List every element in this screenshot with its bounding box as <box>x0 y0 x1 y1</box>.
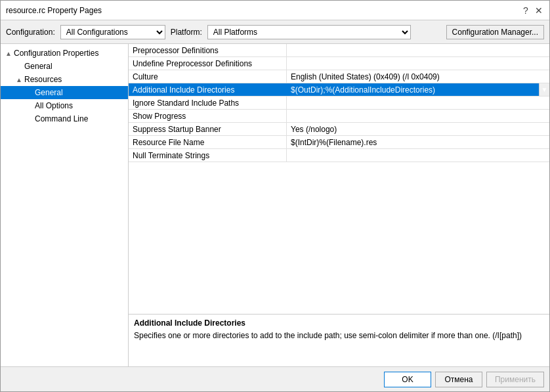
expander-icon <box>24 114 35 124</box>
platform-label: Platform: <box>171 28 202 37</box>
title-bar: resource.rc Property Pages ? ✕ <box>1 1 549 20</box>
tree-item-label: Command Line <box>35 114 88 123</box>
prop-name: Resource File Name <box>129 136 286 148</box>
platform-select[interactable]: All Platforms <box>207 25 411 39</box>
dialog: resource.rc Property Pages ? ✕ Configura… <box>0 0 550 392</box>
props-table: Preprocessor Definitions Undefine Prepro… <box>129 44 549 314</box>
tree-item-label: All Options <box>35 101 73 110</box>
main-content: ▲ Configuration Properties General ▲ Res… <box>1 44 549 366</box>
prop-row-additional-include[interactable]: Additional Include Directories $(OutDir)… <box>129 83 549 97</box>
prop-name: Suppress Startup Banner <box>129 123 286 135</box>
expander-icon: ▲ <box>3 48 14 58</box>
prop-value <box>286 44 549 56</box>
prop-value: $(IntDir)%(Filename).res <box>286 136 549 148</box>
config-label: Configuration: <box>6 28 55 37</box>
prop-name: Null Terminate Strings <box>129 149 286 162</box>
tree-item-command-line[interactable]: Command Line <box>1 112 128 125</box>
title-controls: ? ✕ <box>520 5 544 16</box>
configuration-select[interactable]: All Configurations <box>60 25 165 39</box>
prop-value <box>286 110 549 122</box>
apply-button[interactable]: Применить <box>486 372 544 387</box>
prop-row-null-terminate[interactable]: Null Terminate Strings <box>129 149 549 162</box>
config-manager-button[interactable]: Configuration Manager... <box>446 25 544 39</box>
tree-item-label: General <box>24 62 53 71</box>
prop-row-preprocessor[interactable]: Preprocessor Definitions <box>129 44 549 57</box>
tree-item-config-props[interactable]: ▲ Configuration Properties <box>1 47 128 60</box>
expander-icon: ▲ <box>14 74 24 85</box>
tree-item-label: Resources <box>24 75 62 84</box>
dropdown-btn[interactable]: ▼ <box>539 83 549 96</box>
prop-row-culture[interactable]: Culture English (United States) (0x409) … <box>129 70 549 83</box>
prop-value: $(OutDir);%(AdditionalIncludeDirectories… <box>286 83 539 96</box>
info-description: Specifies one or more directories to add… <box>134 330 544 341</box>
prop-value <box>286 57 549 70</box>
expander-icon <box>24 100 35 111</box>
tree-item-res-general[interactable]: General <box>1 86 128 99</box>
expander-icon <box>14 61 24 72</box>
expander-icon <box>24 87 35 98</box>
prop-name: Ignore Standard Include Paths <box>129 97 286 109</box>
cancel-button[interactable]: Отмена <box>435 372 482 387</box>
prop-value: English (United States) (0x409) (/l 0x04… <box>286 70 549 83</box>
tree-item-resources[interactable]: ▲ Resources <box>1 73 128 86</box>
info-panel: Additional Include Directories Specifies… <box>129 314 549 366</box>
prop-row-ignore-paths[interactable]: Ignore Standard Include Paths <box>129 97 549 110</box>
prop-row-undefine[interactable]: Undefine Preprocessor Definitions <box>129 57 549 70</box>
prop-row-res-file[interactable]: Resource File Name $(IntDir)%(Filename).… <box>129 136 549 149</box>
prop-name: Undefine Preprocessor Definitions <box>129 57 286 70</box>
prop-name: Show Progress <box>129 110 286 122</box>
ok-button[interactable]: OK <box>384 372 431 387</box>
close-button[interactable]: ✕ <box>534 5 544 16</box>
tree-item-label: Configuration Properties <box>14 49 98 58</box>
info-title: Additional Include Directories <box>134 318 544 328</box>
tree-panel: ▲ Configuration Properties General ▲ Res… <box>1 44 129 366</box>
footer: OK Отмена Применить <box>1 366 549 391</box>
tree-item-label: General <box>35 88 63 97</box>
prop-name: Preprocessor Definitions <box>129 44 286 56</box>
toolbar: Configuration: All Configurations Platfo… <box>1 20 549 44</box>
prop-value <box>286 97 549 109</box>
prop-value: Yes (/nologo) <box>286 123 549 135</box>
help-button[interactable]: ? <box>520 5 531 16</box>
prop-name: Additional Include Directories <box>129 83 286 96</box>
prop-row-suppress-banner[interactable]: Suppress Startup Banner Yes (/nologo) <box>129 123 549 136</box>
prop-name: Culture <box>129 70 286 83</box>
prop-row-show-progress[interactable]: Show Progress <box>129 110 549 123</box>
tree-item-general[interactable]: General <box>1 60 128 73</box>
prop-value <box>286 149 549 162</box>
props-panel: Preprocessor Definitions Undefine Prepro… <box>129 44 549 366</box>
dialog-title: resource.rc Property Pages <box>6 6 102 15</box>
tree-item-all-options[interactable]: All Options <box>1 99 128 112</box>
